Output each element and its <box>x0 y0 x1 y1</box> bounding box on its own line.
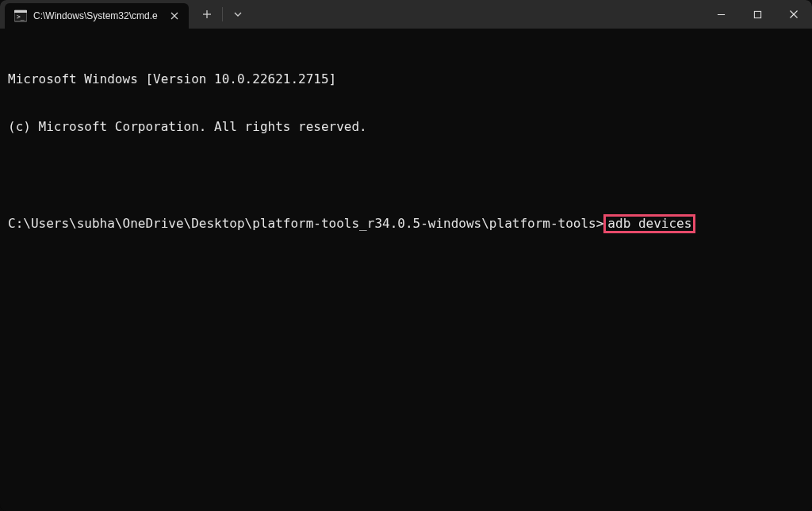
tab-divider <box>222 7 223 21</box>
titlebar: >_ C:\Windows\System32\cmd.e <box>0 0 812 29</box>
svg-rect-8 <box>754 11 760 17</box>
blank-line <box>8 167 804 182</box>
minimize-button[interactable] <box>703 0 739 29</box>
tab-controls <box>193 0 251 29</box>
active-tab[interactable]: >_ C:\Windows\System32\cmd.e <box>5 3 189 29</box>
tab-close-button[interactable] <box>168 10 181 22</box>
tab-dropdown-button[interactable] <box>224 0 251 29</box>
prompt-path: C:\Users\subha\OneDrive\Desktop\platform… <box>8 216 603 231</box>
command-text: adb devices <box>607 216 691 231</box>
svg-text:>_: >_ <box>17 13 25 21</box>
maximize-button[interactable] <box>739 0 776 29</box>
new-tab-button[interactable] <box>193 0 220 29</box>
output-line: Microsoft Windows [Version 10.0.22621.27… <box>8 71 804 87</box>
titlebar-drag-area[interactable] <box>251 0 703 29</box>
terminal-body[interactable]: Microsoft Windows [Version 10.0.22621.27… <box>0 29 812 511</box>
cmd-icon: >_ <box>14 10 27 22</box>
tab-title: C:\Windows\System32\cmd.e <box>33 10 162 21</box>
command-highlight: adb devices <box>603 214 695 233</box>
window-controls <box>703 0 812 29</box>
terminal-window: >_ C:\Windows\System32\cmd.e <box>0 0 812 511</box>
prompt-line: C:\Users\subha\OneDrive\Desktop\platform… <box>8 214 804 233</box>
svg-rect-1 <box>14 10 27 13</box>
output-line: (c) Microsoft Corporation. All rights re… <box>8 119 804 135</box>
close-button[interactable] <box>776 0 812 29</box>
